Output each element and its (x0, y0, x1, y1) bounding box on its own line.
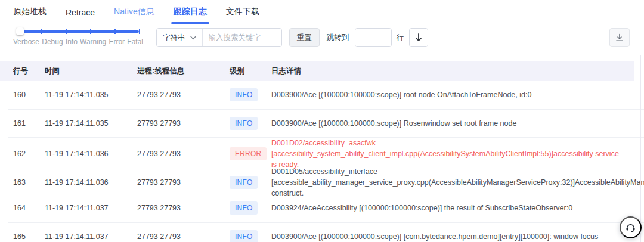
slider-track[interactable] (17, 30, 139, 33)
scrollbar-track[interactable] (640, 55, 641, 242)
slider-labels: Verbose Debug Info Warning Error Fatal (13, 38, 143, 46)
header-process-thread: 进程:线程信息 (137, 66, 230, 76)
row-log-detail: D003900/Ace [(100000:100000:scope)] root… (271, 89, 644, 100)
log-table-row[interactable]: 164 11-19 17:14:11.037 27793 27793 INFO … (8, 194, 644, 223)
search-type-select[interactable]: 字符串 (157, 29, 203, 46)
row-line-number: 160 (13, 91, 45, 99)
tab-native-info[interactable]: Native信息 (113, 1, 156, 24)
trace-log-panel: 原始堆栈 Retrace Native信息 跟踪日志 文件下载 Verbose … (0, 0, 644, 242)
slider-tick (139, 29, 140, 34)
tab-trace-log[interactable]: 跟踪日志 (172, 1, 208, 24)
row-line-number: 163 (13, 178, 45, 187)
row-line-number: 162 (13, 150, 45, 158)
arrow-down-icon (415, 33, 422, 42)
row-log-detail: D001D02/accessibility_asacfwk [accessibi… (271, 138, 644, 170)
row-line-number: 164 (13, 204, 45, 212)
row-process: 27793 27793 (137, 232, 230, 241)
header-level: 级别 (230, 66, 271, 76)
log-table-body: 160 11-19 17:14:11.035 27793 27793 INFO … (0, 81, 644, 242)
row-line-number: 161 (13, 119, 45, 128)
row-level-badge: ERROR (230, 147, 267, 160)
slider-handle[interactable] (16, 27, 24, 35)
row-process: 27793 27793 (137, 178, 230, 187)
row-time: 11-19 17:14:11.036 (45, 150, 137, 158)
download-icon (615, 33, 624, 42)
slider-label-error: Error (109, 38, 125, 46)
slider-tick (90, 29, 91, 34)
row-time: 11-19 17:14:11.037 (45, 232, 137, 241)
chevron-down-icon (190, 36, 196, 40)
tab-file-download[interactable]: 文件下载 (225, 1, 261, 24)
slider-label-info: Info (66, 38, 78, 46)
search-controls: 字符串 重置 跳转到 行 (156, 28, 428, 47)
log-table-row[interactable]: 160 11-19 17:14:11.035 27793 27793 INFO … (8, 81, 644, 110)
row-time: 11-19 17:14:11.035 (45, 119, 137, 128)
toolbar: Verbose Debug Info Warning Error Fatal 字… (0, 27, 644, 57)
tab-original-stack[interactable]: 原始堆栈 (12, 1, 48, 24)
slider-label-warning: Warning (80, 38, 106, 46)
slider-label-verbose: Verbose (13, 38, 39, 46)
row-time: 11-19 17:14:11.036 (45, 178, 137, 187)
row-log-detail: D003900/Ace [(100000:100000:scope)] Rose… (271, 118, 644, 129)
row-process: 27793 27793 (137, 91, 230, 99)
slider-label-debug: Debug (42, 38, 63, 46)
slider-tick (114, 29, 116, 34)
log-table-header: 行号 时间 进程:线程信息 级别 日志详情 (0, 61, 634, 81)
header-line-number: 行号 (13, 66, 45, 76)
row-time: 11-19 17:14:11.035 (45, 91, 137, 99)
row-level-badge: INFO (230, 117, 258, 130)
row-process: 27793 27793 (137, 150, 230, 158)
search-input[interactable] (203, 29, 281, 46)
row-time: 11-19 17:14:11.037 (45, 204, 137, 212)
log-table: 行号 时间 进程:线程信息 级别 日志详情 160 11-19 17:14:11… (0, 61, 644, 242)
row-log-detail: D001D05/accessibility_interface[accessib… (271, 166, 644, 198)
headset-icon (625, 222, 636, 233)
search-type-value: 字符串 (163, 33, 185, 43)
support-button[interactable] (620, 216, 642, 238)
row-level-badge: INFO (230, 201, 258, 215)
reset-button[interactable]: 重置 (289, 28, 320, 47)
log-table-row[interactable]: 165 11-19 17:14:11.037 27793 27793 INFO … (8, 223, 644, 242)
row-line-number: 165 (13, 232, 45, 241)
row-log-detail: D003900/Ace [(100000:100000:scope)] [com… (271, 231, 644, 242)
row-level-badge: INFO (230, 176, 258, 189)
row-level-badge: INFO (230, 230, 258, 242)
header-log-detail: 日志详情 (271, 66, 634, 76)
log-table-row[interactable]: 161 11-19 17:14:11.035 27793 27793 INFO … (8, 110, 644, 138)
header-time: 时间 (45, 66, 137, 76)
slider-tick (66, 29, 67, 34)
slider-label-fatal: Fatal (127, 38, 143, 46)
jump-unit-label: 行 (397, 33, 404, 43)
row-log-detail: D003924/AceAccessibility [(100000:100000… (271, 203, 644, 213)
slider-tick (41, 29, 42, 34)
row-level-badge: INFO (230, 88, 258, 101)
row-process: 27793 27793 (137, 119, 230, 128)
log-level-slider[interactable]: Verbose Debug Info Warning Error Fatal (13, 30, 143, 46)
jump-button[interactable] (409, 28, 428, 47)
jump-to-label: 跳转到 (327, 33, 349, 43)
download-log-button[interactable] (609, 28, 630, 47)
tab-retrace[interactable]: Retrace (64, 2, 96, 24)
log-table-row[interactable]: 163 11-19 17:14:11.036 27793 27793 INFO … (8, 166, 644, 195)
search-group: 字符串 (156, 28, 282, 47)
jump-line-input[interactable] (355, 28, 392, 47)
log-table-row[interactable]: 162 11-19 17:14:11.036 27793 27793 ERROR… (8, 138, 644, 166)
row-process: 27793 27793 (137, 204, 230, 212)
tab-bar: 原始堆栈 Retrace Native信息 跟踪日志 文件下载 (0, 0, 644, 24)
